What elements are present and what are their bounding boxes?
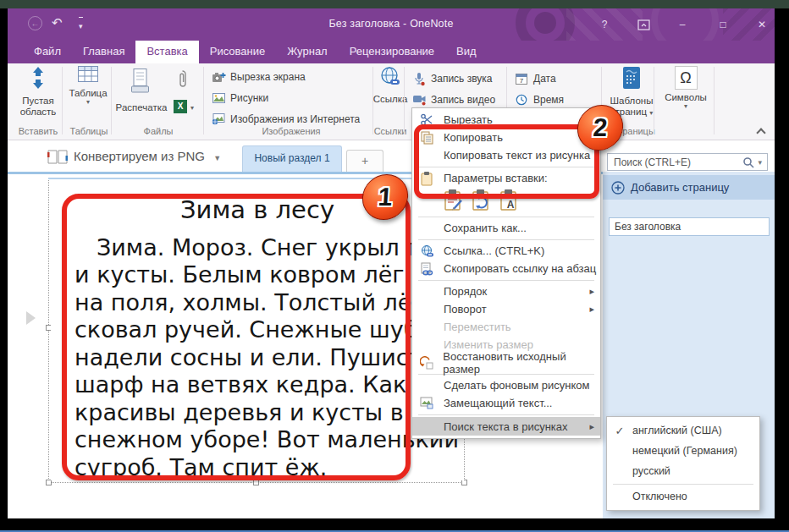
excel-caret-icon[interactable]: ▾ xyxy=(190,105,194,112)
date-button[interactable]: 7 Дата xyxy=(514,70,556,87)
submenu-item-label: Отключено xyxy=(632,491,687,502)
symbols-caret-icon: ▾ xyxy=(661,103,710,110)
image-selection-top-edge xyxy=(48,178,464,179)
printout-icon[interactable] xyxy=(131,69,150,97)
page-templates-icon xyxy=(622,66,641,90)
add-page-label: Добавить страницу xyxy=(631,181,729,194)
text-search-language-submenu: ✓ английский (США) немецкий (Германия) р… xyxy=(606,416,760,511)
ribbon-divider xyxy=(404,67,405,134)
time-label: Время xyxy=(533,94,564,106)
record-video-button[interactable]: Запись видео xyxy=(411,91,495,108)
screen-clipping-label: Вырезка экрана xyxy=(230,71,306,83)
menu-separator xyxy=(418,239,594,240)
maximize-button[interactable]: □ xyxy=(714,17,732,32)
online-pictures-button[interactable]: Изображения из Интернета xyxy=(211,111,360,128)
pictures-label: Рисунки xyxy=(230,92,268,104)
menu-item-label: Переместить xyxy=(444,321,511,333)
time-button[interactable]: Время xyxy=(514,91,564,108)
tab-review[interactable]: Рецензирование xyxy=(339,41,445,63)
insert-space-button[interactable]: Пустая область xyxy=(14,66,62,127)
selection-handle[interactable] xyxy=(253,480,259,485)
help-button[interactable]: ? xyxy=(595,17,614,32)
new-section-tab[interactable]: + xyxy=(346,150,383,172)
submenu-item-german[interactable]: немецкий (Германия) xyxy=(607,441,759,461)
search-input[interactable]: Поиск (CTRL+E) xyxy=(608,156,742,168)
tab-draw[interactable]: Рисование xyxy=(199,41,276,63)
tab-file[interactable]: Файл xyxy=(23,41,72,63)
search-icon[interactable] xyxy=(742,156,754,168)
screenshot-frame: ← ↶ ▾ Без заголовка - OneNote ? – □ ✕ Фа… xyxy=(0,0,789,532)
menu-item-order[interactable]: Порядок ▸ xyxy=(412,282,600,300)
ribbon-tab-row: Файл Главная Вставка Рисование Журнал Ре… xyxy=(8,41,775,63)
minimize-button[interactable]: – xyxy=(673,17,692,32)
date-label: Дата xyxy=(533,73,556,85)
menu-item-set-as-background[interactable]: Сделать фоновым рисунком xyxy=(412,376,600,394)
submenu-item-russian[interactable]: русский xyxy=(607,461,759,481)
notebook-icon xyxy=(47,149,69,168)
selection-handle[interactable] xyxy=(461,480,467,485)
record-video-icon xyxy=(411,94,427,106)
menu-item-label: Скопировать ссылку на абзац xyxy=(444,262,596,275)
paragraph-handle-icon[interactable] xyxy=(26,311,36,325)
notebook-dropdown[interactable]: Конвертируем из PNG ▼ xyxy=(74,149,221,163)
alt-text-icon xyxy=(419,397,434,409)
copy-link-icon xyxy=(419,262,434,276)
add-page-button[interactable]: Добавить страницу xyxy=(603,175,775,200)
menu-item-text-search-in-pictures[interactable]: Поиск текста в рисунках ▸ xyxy=(412,417,600,436)
notebook-name: Конвертируем из PNG xyxy=(74,149,205,163)
menu-item-label: Сохранить как... xyxy=(444,222,527,234)
close-button[interactable]: ✕ xyxy=(753,17,771,32)
record-audio-button[interactable]: Запись звука xyxy=(411,70,493,87)
frame-bottom-bar xyxy=(0,518,789,530)
page-templates-caret-icon: ▾ xyxy=(649,109,653,117)
file-attachment-icon[interactable] xyxy=(177,69,188,94)
table-button[interactable]: Таблица ▾ xyxy=(67,66,109,127)
menu-separator xyxy=(613,484,753,485)
menu-item-label: Восстановить исходный размер xyxy=(443,350,600,376)
search-scope-caret-icon[interactable]: ▾ xyxy=(758,158,762,167)
selection-handle[interactable] xyxy=(46,480,52,485)
menu-item-alt-text[interactable]: Замещающий текст... xyxy=(412,394,600,412)
menu-item-restore-original-size[interactable]: Восстановить исходный размер xyxy=(412,354,600,371)
menu-item-save-as[interactable]: Сохранить как... xyxy=(412,219,600,237)
menu-item-label: Замещающий текст... xyxy=(444,397,552,409)
printout-label[interactable]: Распечатка xyxy=(113,102,170,112)
tab-insert[interactable]: Вставка xyxy=(135,41,198,63)
symbols-button[interactable]: Ω Символы ▾ xyxy=(661,66,710,127)
annotation-box-1 xyxy=(62,194,411,480)
check-icon: ✓ xyxy=(607,425,632,437)
tab-view[interactable]: Вид xyxy=(445,41,488,63)
screen-clipping-button[interactable]: Вырезка экрана xyxy=(211,69,306,85)
submenu-item-disabled[interactable]: Отключено xyxy=(607,486,759,507)
pictures-button[interactable]: Рисунки xyxy=(211,90,268,107)
group-label-tables: Таблицы xyxy=(65,126,113,136)
ribbon-display-options-icon[interactable] xyxy=(637,19,650,34)
tab-history[interactable]: Журнал xyxy=(276,41,338,63)
svg-text:7: 7 xyxy=(520,77,524,85)
menu-item-link[interactable]: Ссылка... (CTRL+K) xyxy=(412,242,600,260)
menu-item-copy-link-to-paragraph[interactable]: Скопировать ссылку на абзац xyxy=(412,260,600,277)
excel-spreadsheet-icon[interactable]: X xyxy=(174,100,187,113)
section-tab[interactable]: Новый раздел 1 xyxy=(242,145,342,172)
submenu-arrow-icon: ▸ xyxy=(589,421,594,432)
annotation-box-2 xyxy=(414,124,599,199)
ribbon-divider xyxy=(111,67,112,134)
ribbon: Пустая область Вставить Таблица ▾ Таблиц… xyxy=(8,63,775,140)
search-box[interactable]: Поиск (CTRL+E) ▾ xyxy=(607,153,768,171)
page-list-item[interactable]: Без заголовка xyxy=(609,217,770,236)
online-pictures-label: Изображения из Интернета xyxy=(230,113,360,125)
menu-item-rotate[interactable]: Поворот ▸ xyxy=(412,300,600,318)
notebook-nav-row: Конвертируем из PNG ▼ Новый раздел 1 + П… xyxy=(8,140,775,172)
tab-home[interactable]: Главная xyxy=(72,41,135,63)
ribbon-divider xyxy=(62,67,63,134)
frame-top-strip xyxy=(0,0,789,8)
submenu-item-label: немецкий (Германия) xyxy=(632,445,737,457)
image-selection-left-edge xyxy=(48,180,49,482)
record-audio-label: Запись звука xyxy=(431,73,493,85)
submenu-item-english[interactable]: ✓ английский (США) xyxy=(607,420,759,441)
link-button[interactable]: Ссылка xyxy=(368,66,412,127)
online-pictures-icon xyxy=(211,113,226,125)
collapse-ribbon-icon[interactable] xyxy=(756,128,765,137)
title-bar: ← ↶ ▾ Без заголовка - OneNote ? – □ ✕ xyxy=(8,8,775,41)
submenu-arrow-icon: ▸ xyxy=(589,304,594,315)
